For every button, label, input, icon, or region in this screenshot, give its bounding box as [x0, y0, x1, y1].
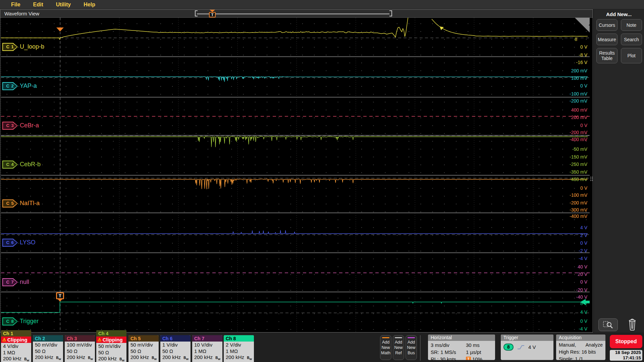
add-new-note-button[interactable]: Note [621, 19, 642, 31]
add-new-math-button[interactable]: AddNewMath [380, 335, 391, 360]
channel-impedance: 1 MΩ [3, 350, 29, 356]
channel-name-c6[interactable]: LYSO [20, 239, 36, 246]
axis-label-ch8: 8 V [555, 301, 587, 307]
bottom-dock: Horizontal 3 ms/div30 msSR: 1 MS/s1 µs/p… [0, 333, 644, 362]
trigger-time-flag[interactable]: T [56, 292, 64, 302]
dock-channel-badge-ch7[interactable]: Ch 710 V/div1 MΩ200 kHz BW [192, 335, 222, 362]
menu-item-utility[interactable]: Utility [56, 2, 71, 8]
channel-name-c7[interactable]: null [20, 279, 29, 286]
axis-label-ch1: 0 V [555, 44, 587, 50]
channel-bandwidth: 200 kHz BW [130, 354, 157, 362]
add-new-panel: Add New... CursorsNoteMeasureSearchResul… [593, 9, 644, 333]
axis-label-ch4: -150 mV [555, 154, 587, 160]
channel-bandwidth: 200 kHz BW [67, 354, 93, 362]
add-new-bus-button[interactable]: AddNewBus [406, 335, 417, 360]
trigger-position-marker[interactable]: T [209, 12, 216, 17]
axis-label-ch6: 4 V [555, 225, 587, 231]
channel-name-c8[interactable]: Trigger [20, 318, 39, 325]
axis-label-ch3: 400 mV [555, 107, 587, 113]
channel-name-c3[interactable]: CeBr-a [20, 122, 39, 129]
channel-tag-label: C 6 [3, 239, 17, 246]
trash-button[interactable] [626, 316, 639, 332]
dock-channel-header: Ch 2 [33, 335, 63, 342]
zoom-select-icon [602, 320, 614, 329]
dock-channel-header: Ch 7 [192, 335, 222, 342]
dock-channel-badge-ch4[interactable]: Ch 4⚠Clipping50 mV/div50 Ω200 kHz BW [96, 330, 126, 362]
channel-scale: 50 mV/div [35, 342, 61, 348]
dock-channel-settings: 4 V/div1 MΩ200 kHz BW [1, 343, 31, 362]
dock-channel-settings: 1 V/div50 Ω200 kHz BW [160, 342, 191, 362]
axis-label-ch5: -200 mV [555, 200, 587, 206]
acquisition-panel[interactable]: Acquisition Manual, Analyze High Res: 16… [556, 335, 605, 360]
dock-channel-header: Ch 5 [128, 335, 159, 342]
trash-icon [627, 317, 638, 331]
add-new-title: Add New... [594, 11, 644, 17]
axis-label-ch5: -100 mV [555, 192, 587, 198]
axis-label-ch4: -350 mV [555, 169, 587, 175]
clipping-warning: ⚠Clipping [1, 337, 31, 343]
waveform-graticule[interactable]: 80 V-8 V-16 VC 1U_loop-b200 mV100 mV0 V-… [0, 18, 590, 331]
channel-bandwidth: 200 kHz BW [194, 354, 220, 362]
add-new-search-button[interactable]: Search [621, 34, 642, 45]
acquisition-mode: Manual, [559, 342, 576, 349]
axis-label-ch8: 0 V [555, 318, 587, 324]
run-stop-status-button[interactable]: Stopped [610, 335, 642, 348]
trigger-time-flag-pointer [58, 299, 62, 302]
clipping-label: Clipping [103, 337, 123, 343]
dock-channel-badge-ch2[interactable]: Ch 250 mV/div50 Ω200 kHz BW [33, 335, 63, 362]
dock-channel-badge-ch3[interactable]: Ch 3100 mV/div50 Ω200 kHz BW [65, 335, 95, 362]
horizontal-value2: 30 ms [466, 342, 492, 349]
waveform-view-titlebar: Waveform View T [0, 10, 593, 18]
add-new-results-table-button[interactable]: Results Table [596, 48, 618, 63]
channel-name-c1[interactable]: U_loop-b [20, 43, 44, 50]
horizontal-panel[interactable]: Horizontal 3 ms/div30 msSR: 1 MS/s1 µs/p… [428, 335, 495, 360]
dock-channel-badge-ch1[interactable]: Ch 1⚠Clipping4 V/div1 MΩ200 kHz BW [1, 330, 31, 362]
dock-channel-settings: 2 V/div1 MΩ200 kHz BW [224, 342, 254, 362]
pan-bar-right-bracket[interactable] [389, 10, 392, 16]
dock-channel-settings: 50 mV/div50 Ω200 kHz BW [128, 342, 159, 362]
channel-name-c2[interactable]: YAP-a [20, 82, 37, 89]
clipping-warning: ⚠Clipping [96, 337, 126, 343]
waveform-traces [0, 18, 590, 331]
dock-channel-settings: 10 V/div1 MΩ200 kHz BW [192, 342, 222, 362]
channel-name-c5[interactable]: NaITl-a [20, 200, 40, 207]
dock-channel-badge-ch5[interactable]: Ch 550 mV/div50 Ω200 kHz BW [128, 335, 159, 362]
corner-zoom-handle[interactable] [575, 18, 590, 33]
add-new-ref-button[interactable]: AddNewRef [393, 335, 404, 360]
button-accent-bar [408, 337, 415, 338]
menu-item-edit[interactable]: Edit [33, 2, 43, 8]
oscilloscope-app: FileEditUtilityHelp Waveform View T 80 V… [0, 0, 644, 362]
zoom-select-button[interactable] [598, 318, 618, 331]
dock-channel-header: Ch 3 [65, 335, 95, 342]
dock-channel-badge-ch8[interactable]: Ch 82 V/div1 MΩ200 kHz BW [224, 335, 254, 362]
menu-item-file[interactable]: File [11, 2, 20, 8]
channel-scale: 2 V/div [226, 342, 252, 348]
date-value: 18 Sep 2025 [611, 350, 641, 355]
trigger-position-pointer-icon [210, 10, 215, 12]
axis-label-ch7: -40 V [555, 294, 587, 300]
rising-edge-icon [517, 344, 525, 350]
horizontal-row: SR: 1 MS/s1 µs/pt [431, 349, 492, 356]
add-new-plot-button[interactable]: Plot [621, 48, 642, 63]
channel-bandwidth: 200 kHz BW [3, 356, 29, 362]
trigger-panel-title: Trigger [501, 335, 553, 341]
axis-label-ch4: -250 mV [555, 162, 587, 168]
trigger-panel[interactable]: Trigger 8 4 V [501, 335, 553, 360]
add-new-measure-button[interactable]: Measure [596, 34, 618, 45]
channel-impedance: 1 MΩ [226, 348, 252, 355]
channel-impedance: 50 Ω [162, 348, 189, 355]
dock-channel-badge-ch6[interactable]: Ch 61 V/div50 Ω200 kHz BW [160, 335, 191, 362]
axis-label-ch5: -300 mV [555, 207, 587, 213]
axis-label-ch3: -200 mV [555, 130, 587, 136]
axis-label-ch1: 8 [545, 37, 577, 43]
horizontal-value2: T10% [466, 356, 492, 360]
pan-bar-track[interactable] [197, 13, 389, 14]
pan-bar-left-bracket[interactable] [195, 10, 198, 16]
panel-splitter-handle[interactable] [590, 177, 593, 181]
menu-bar: FileEditUtilityHelp [0, 0, 644, 9]
channel-name-c4[interactable]: CebR-b [20, 161, 41, 168]
add-new-cursors-button[interactable]: Cursors [596, 19, 618, 31]
menu-item-help[interactable]: Help [84, 2, 95, 8]
dock-channel-settings: 100 mV/div50 Ω200 kHz BW [65, 342, 95, 362]
trigger-position-indicator-icon[interactable] [56, 27, 64, 32]
